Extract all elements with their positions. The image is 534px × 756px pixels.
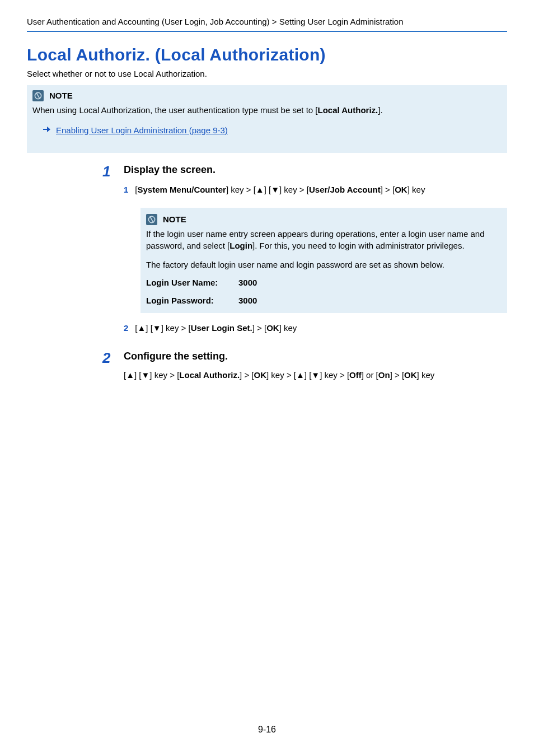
substep-text: [▲] [▼] key > [User Login Set.] > [OK] k… bbox=[135, 322, 507, 335]
login-pass-label: Login Password: bbox=[146, 295, 238, 307]
step-number-1: 1 bbox=[102, 164, 124, 342]
arrow-icon bbox=[43, 124, 50, 137]
substep-number: 1 bbox=[124, 184, 128, 197]
step-2-text: [▲] [▼] key > [Local Authoriz.] > [OK] k… bbox=[124, 370, 507, 380]
note-label: NOTE bbox=[163, 213, 186, 226]
note-paragraph-1: If the login user name entry screen appe… bbox=[146, 228, 502, 253]
note-label: NOTE bbox=[49, 90, 73, 102]
substep-number: 2 bbox=[124, 322, 128, 335]
svg-marker-2 bbox=[47, 127, 50, 132]
page-title: Local Authoriz. (Local Authorization) bbox=[27, 45, 507, 64]
substep-text: [System Menu/Counter] key > [▲] [▼] key … bbox=[135, 184, 507, 197]
login-user-value: 3000 bbox=[238, 277, 257, 289]
breadcrumb: User Authentication and Accounting (User… bbox=[27, 17, 507, 32]
login-user-label: Login User Name: bbox=[146, 277, 238, 289]
page-number: 9-16 bbox=[0, 725, 534, 735]
step-1-title: Display the screen. bbox=[124, 164, 507, 176]
note-icon bbox=[32, 90, 44, 101]
note-paragraph-2: The factory default login user name and … bbox=[146, 259, 502, 271]
step-number-2: 2 bbox=[102, 351, 124, 380]
note-box-inner: NOTE If the login user name entry screen… bbox=[140, 208, 507, 314]
note-box-top: NOTE When using Local Authorization, the… bbox=[27, 85, 507, 153]
login-pass-value: 3000 bbox=[238, 295, 257, 307]
intro-text: Select whether or not to use Local Autho… bbox=[27, 69, 507, 78]
note-icon bbox=[146, 214, 157, 225]
note-text: When using Local Authorization, the user… bbox=[32, 104, 502, 116]
related-link[interactable]: Enabling User Login Administration (page… bbox=[56, 124, 228, 137]
step-2-title: Configure the setting. bbox=[124, 351, 507, 362]
